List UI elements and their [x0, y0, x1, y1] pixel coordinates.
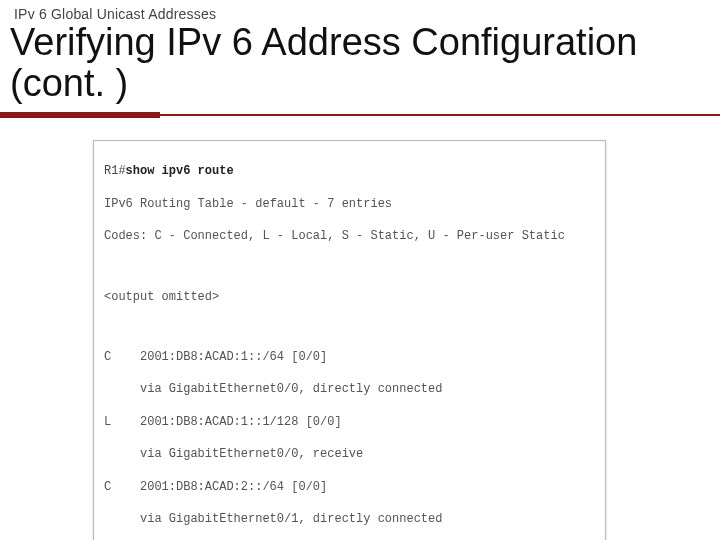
kicker-text: IPv 6 Global Unicast Addresses	[14, 6, 216, 22]
terminal-command: show ipv6 route	[126, 164, 234, 178]
terminal-blank	[104, 321, 595, 333]
route-code: C	[104, 479, 140, 495]
route-via: via GigabitEthernet0/0, receive	[104, 446, 595, 462]
terminal-header-line: IPv6 Routing Table - default - 7 entries	[104, 196, 595, 212]
terminal-wrap: R1#show ipv6 route IPv6 Routing Table - …	[93, 140, 606, 540]
route-via-pad	[104, 511, 140, 527]
route-line: C2001:DB8:ACAD:2::/64 [0/0]	[104, 479, 595, 495]
terminal-prompt: R1#	[104, 164, 126, 178]
route-line: L2001:DB8:ACAD:1::1/128 [0/0]	[104, 414, 595, 430]
route-via-text: via GigabitEthernet0/0, receive	[140, 447, 363, 461]
route-via-text: via GigabitEthernet0/0, directly connect…	[140, 382, 442, 396]
route-via-pad	[104, 381, 140, 397]
route-via: via GigabitEthernet0/0, directly connect…	[104, 381, 595, 397]
route-line: C2001:DB8:ACAD:1::/64 [0/0]	[104, 349, 595, 365]
slide: IPv 6 Global Unicast Addresses Verifying…	[0, 0, 720, 540]
title-underline-thick	[0, 112, 160, 118]
route-via-pad	[104, 446, 140, 462]
route-code: L	[104, 414, 140, 430]
route-code: C	[104, 349, 140, 365]
route-via: via GigabitEthernet0/1, directly connect…	[104, 511, 595, 527]
route-net: 2001:DB8:ACAD:1::1/128 [0/0]	[140, 415, 342, 429]
terminal-output: R1#show ipv6 route IPv6 Routing Table - …	[93, 140, 606, 540]
route-net: 2001:DB8:ACAD:1::/64 [0/0]	[140, 350, 327, 364]
terminal-codes-line: Codes: C - Connected, L - Local, S - Sta…	[104, 228, 595, 244]
page-title: Verifying IPv 6 Address Configuration (c…	[10, 22, 710, 104]
terminal-omitted: <output omitted>	[104, 289, 595, 305]
route-via-text: via GigabitEthernet0/1, directly connect…	[140, 512, 442, 526]
route-net: 2001:DB8:ACAD:2::/64 [0/0]	[140, 480, 327, 494]
terminal-prompt-line: R1#show ipv6 route	[104, 163, 595, 179]
terminal-blank	[104, 260, 595, 272]
